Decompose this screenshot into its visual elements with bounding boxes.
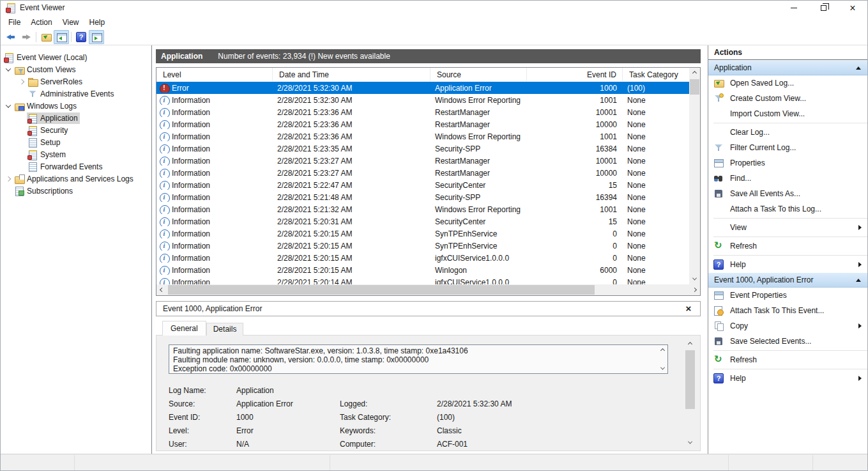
action-save-selected-events[interactable]: Save Selected Events... [708, 334, 867, 349]
list-horizontal-scrollbar[interactable] [156, 284, 700, 295]
event-row[interactable]: Information2/28/2021 5:21:48 AMSecurity-… [156, 191, 689, 203]
menu-file[interactable]: File [3, 15, 26, 29]
event-row[interactable]: Information2/28/2021 5:21:32 AMWindows E… [156, 203, 689, 215]
action-help[interactable]: Help [708, 257, 867, 272]
tree-item-windows-logs[interactable]: Windows Logs [1, 100, 151, 112]
action-clear-log[interactable]: Clear Log... [708, 125, 867, 140]
expander-collapsed-icon[interactable] [3, 177, 13, 181]
event-row[interactable]: Information2/28/2021 5:32:30 AMWindows E… [156, 94, 689, 106]
column-header-source[interactable]: Source [430, 68, 527, 81]
action-copy[interactable]: Copy [708, 318, 867, 334]
desc-scroll-up-button[interactable] [659, 346, 666, 354]
event-row[interactable]: Information2/28/2021 5:23:36 AMRestartMa… [156, 118, 689, 130]
event-row[interactable]: Information2/28/2021 5:20:15 AMSynTPEnhS… [156, 228, 689, 240]
action-create-custom-view[interactable]: Create Custom View... [708, 91, 867, 106]
submenu-arrow-icon [858, 376, 862, 381]
action-event-properties[interactable]: Event Properties [708, 288, 867, 303]
action-find[interactable]: Find... [708, 171, 867, 186]
open-saved-log-button[interactable] [38, 30, 54, 44]
action-view[interactable]: View [708, 220, 867, 235]
tree-item-application[interactable]: Application [1, 112, 151, 124]
action-save-all-events-as[interactable]: Save All Events As... [708, 186, 867, 201]
event-row[interactable]: Information2/28/2021 5:23:36 AMRestartMa… [156, 106, 689, 118]
event-row[interactable]: Information2/28/2021 5:20:15 AMigfxCUISe… [156, 252, 689, 264]
action-refresh[interactable]: Refresh [708, 352, 867, 367]
event-row[interactable]: Information2/28/2021 5:23:35 AMSecurity-… [156, 143, 689, 155]
action-properties[interactable]: Properties [708, 155, 867, 171]
event-row[interactable]: Information2/28/2021 5:20:15 AMSynTPEnhS… [156, 240, 689, 252]
tree-item-serverroles[interactable]: ServerRoles [1, 75, 151, 88]
tree-item-security[interactable]: Security [1, 124, 151, 136]
action-import-custom-view[interactable]: Import Custom View... [708, 106, 867, 121]
tree-item-label: Forwarded Events [40, 162, 102, 171]
event-row[interactable]: Error2/28/2021 5:32:30 AMApplication Err… [156, 82, 689, 94]
event-row[interactable]: Information2/28/2021 5:20:15 AMWinlogon6… [156, 264, 689, 276]
actions-section-header-event-1000-application-error[interactable]: Event 1000, Application Error [708, 272, 867, 288]
restore-button[interactable] [809, 1, 838, 15]
save-icon [713, 336, 724, 346]
scroll-down-button[interactable] [685, 437, 696, 448]
action-help[interactable]: Help [708, 371, 867, 386]
event-row[interactable]: Information2/28/2021 5:23:27 AMRestartMa… [156, 155, 689, 167]
event-row[interactable]: Information2/28/2021 5:23:27 AMRestartMa… [156, 167, 689, 179]
minimize-button[interactable] [779, 1, 809, 15]
event-row[interactable]: Information2/28/2021 5:23:36 AMWindows E… [156, 130, 689, 143]
action-filter-current-log[interactable]: Filter Current Log... [708, 140, 867, 155]
list-vertical-scrollbar[interactable] [689, 68, 700, 284]
column-header-date-and-time[interactable]: Date and Time [273, 68, 430, 81]
expander-expanded-icon[interactable] [3, 68, 13, 72]
tree-item-system[interactable]: System [1, 148, 151, 160]
preview-vertical-scrollbar[interactable] [685, 339, 696, 448]
level-cell: Information [156, 278, 273, 285]
tree-item-setup[interactable]: Setup [1, 136, 151, 148]
actions-section-header-application[interactable]: Application [708, 60, 867, 75]
tree-item-subscriptions[interactable]: Subscriptions [1, 185, 151, 197]
scroll-left-button[interactable] [156, 284, 167, 295]
tree-item-administrative-events[interactable]: Administrative Events [1, 88, 151, 100]
close-preview-button[interactable] [683, 302, 694, 316]
action-attach-a-task-to-this-log[interactable]: Attach a Task To this Log... [708, 201, 867, 217]
close-button[interactable] [838, 1, 867, 15]
toggle-action-pane-button[interactable] [89, 30, 104, 44]
services-folder-icon [14, 174, 24, 184]
collapse-arrow-icon [856, 66, 861, 70]
tree-item-applications-and-services-logs[interactable]: Applications and Services Logs [1, 173, 151, 185]
action-open-saved-log[interactable]: Open Saved Log... [708, 75, 867, 91]
expander-collapsed-icon[interactable] [17, 80, 27, 84]
menu-view[interactable]: View [57, 15, 84, 29]
error-icon [160, 84, 169, 93]
scroll-down-button[interactable] [689, 274, 700, 284]
forward-button[interactable] [19, 30, 34, 44]
scroll-right-button[interactable] [689, 284, 700, 295]
vertical-scroll-thumb[interactable] [690, 79, 699, 95]
open-folder-icon [713, 78, 724, 88]
column-header-level[interactable]: Level [156, 68, 273, 81]
back-button[interactable] [3, 30, 19, 44]
scroll-up-button[interactable] [685, 339, 696, 350]
chevron-down-icon [660, 365, 664, 369]
tree-item-custom-views[interactable]: Custom Views [1, 63, 151, 75]
column-header-event-id[interactable]: Event ID [527, 68, 623, 81]
status-separator [812, 455, 813, 470]
column-header-task-category[interactable]: Task Category [623, 68, 690, 81]
action-refresh[interactable]: Refresh [708, 238, 867, 254]
action-attach-task-to-this-event[interactable]: Attach Task To This Event... [708, 303, 867, 318]
tab-details[interactable]: Details [206, 323, 244, 336]
menu-action[interactable]: Action [26, 15, 57, 29]
event-description-box[interactable]: Faulting application name: SoftwareStar.… [169, 344, 668, 374]
horizontal-scroll-thumb[interactable] [168, 285, 595, 295]
help-button[interactable] [73, 30, 89, 44]
expander-expanded-icon[interactable] [3, 104, 13, 108]
toggle-console-tree-button[interactable] [54, 30, 69, 44]
preview-tabs: GeneralDetails [162, 321, 243, 336]
scroll-up-button[interactable] [689, 68, 700, 79]
event-row[interactable]: Information2/28/2021 5:20:31 AMSecurityC… [156, 215, 689, 228]
event-row[interactable]: Information2/28/2021 5:22:47 AMSecurityC… [156, 179, 689, 191]
tree-item-forwarded-events[interactable]: Forwarded Events [1, 160, 151, 173]
menu-help[interactable]: Help [84, 15, 110, 29]
tree-item-event-viewer-local[interactable]: Event Viewer (Local) [1, 51, 151, 63]
event-row[interactable]: Information2/28/2021 5:20:14 AMigfxCUISe… [156, 276, 689, 284]
vertical-scroll-thumb[interactable] [685, 350, 695, 409]
desc-scroll-down-button[interactable] [659, 364, 666, 372]
tab-general[interactable]: General [162, 321, 206, 336]
